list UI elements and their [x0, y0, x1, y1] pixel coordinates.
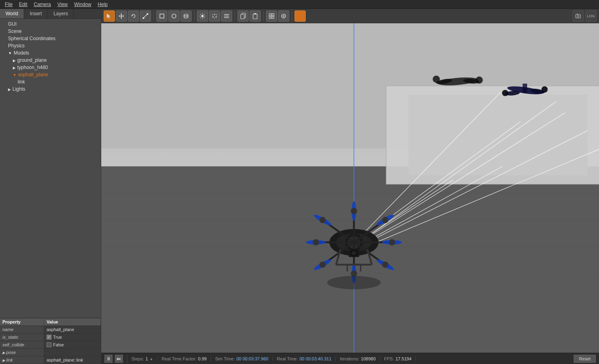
- svg-rect-39: [272, 14, 274, 16]
- particles-button[interactable]: [209, 10, 220, 22]
- sphere-button[interactable]: [168, 10, 180, 22]
- tree-scene[interactable]: Scene: [0, 28, 101, 35]
- svg-line-24: [200, 17, 201, 18]
- tree-models[interactable]: ▼Models: [0, 49, 101, 57]
- orange-select-button[interactable]: [294, 10, 306, 22]
- checkbox-isstatic[interactable]: ✓: [47, 335, 51, 340]
- tree-typhoon[interactable]: ▶typhoon_h480: [0, 64, 101, 71]
- property-panel: Property Value name asphalt_plane is_sta…: [0, 318, 101, 364]
- steps-arrow: ▲: [149, 357, 153, 361]
- svg-point-16: [201, 15, 204, 17]
- svg-point-77: [542, 86, 548, 93]
- svg-marker-5: [123, 15, 124, 17]
- tree-panel: GUI Scene Spherical Coordinates Physics …: [0, 19, 101, 318]
- pause-icon: ⏸: [106, 356, 111, 362]
- simtime-label: Sim Time:: [215, 356, 235, 361]
- fps-value: 17.5194: [396, 356, 412, 361]
- menu-window[interactable]: Window: [71, 1, 95, 8]
- main-layout: World Insert Layers GUI Scene Spherical …: [0, 9, 599, 364]
- toolbar-sep-1: [153, 11, 154, 21]
- prop-row-pose[interactable]: pose: [0, 349, 101, 356]
- tree-asphalt-plane[interactable]: ▼asphalt_plane: [0, 71, 101, 78]
- paste-button[interactable]: [249, 10, 261, 22]
- svg-rect-38: [269, 14, 271, 16]
- pause-button[interactable]: ⏸: [104, 355, 112, 363]
- box-button[interactable]: [156, 10, 168, 22]
- prop-value-isstatic: ✓ True: [44, 333, 101, 341]
- svg-point-28: [214, 18, 215, 18]
- svg-point-29: [212, 14, 213, 15]
- prop-value-pose: [44, 349, 101, 356]
- svg-marker-3: [121, 18, 122, 19]
- select-tool-button[interactable]: [104, 10, 115, 22]
- realtime2-label: Real Time:: [277, 356, 298, 361]
- selfcollide-label: False: [53, 342, 64, 347]
- iterations-item: Iterations: 108980: [336, 356, 380, 361]
- prop-row-link[interactable]: link asphalt_plane::link: [0, 356, 101, 364]
- menu-help[interactable]: Help: [94, 1, 111, 8]
- toolbar-sep-5: [292, 11, 292, 21]
- iterations-value: 108980: [361, 356, 376, 361]
- screenshot-button[interactable]: [572, 10, 584, 22]
- svg-point-106: [351, 270, 357, 277]
- svg-point-115: [327, 276, 381, 289]
- svg-line-21: [200, 14, 201, 15]
- cylinder-button[interactable]: [180, 10, 192, 22]
- magnet-button[interactable]: [278, 10, 289, 22]
- svg-point-102: [319, 262, 326, 268]
- tree-lights[interactable]: ▶Lights: [0, 85, 101, 93]
- viewport[interactable]: [101, 23, 599, 353]
- menu-edit[interactable]: Edit: [16, 1, 31, 8]
- rotate-tool-button[interactable]: [128, 10, 139, 22]
- checkbox-selfcollide[interactable]: [47, 342, 51, 347]
- svg-rect-10: [160, 14, 164, 18]
- prop-value-selfcollide: False: [44, 341, 101, 348]
- steps-label: Steps:: [131, 356, 144, 361]
- prop-key-selfcollide: self_collide: [0, 341, 44, 348]
- prop-key-isstatic: is_static: [0, 333, 44, 341]
- fps-label: FPS:: [384, 356, 394, 361]
- menu-file[interactable]: File: [2, 1, 16, 8]
- tab-insert[interactable]: Insert: [24, 9, 48, 18]
- prop-row-name: name asphalt_plane: [0, 326, 101, 333]
- tab-layers[interactable]: Layers: [48, 9, 74, 18]
- tree-link[interactable]: link: [0, 78, 101, 85]
- step-icon: ⏭: [117, 356, 121, 362]
- isstatic-label: True: [53, 335, 62, 340]
- menu-bar: File Edit Camera View Window Help: [0, 0, 599, 9]
- menu-view[interactable]: View: [54, 1, 71, 8]
- scale-tool-button[interactable]: [140, 10, 151, 22]
- svg-rect-47: [577, 14, 578, 14]
- copy-button[interactable]: [237, 10, 249, 22]
- toolbar-sep-4: [263, 11, 264, 21]
- realtime-label: Real Time Factor:: [162, 356, 196, 361]
- tab-world[interactable]: World: [0, 9, 24, 18]
- sun-button[interactable]: [197, 10, 208, 22]
- svg-rect-37: [254, 13, 256, 14]
- snap-button[interactable]: [266, 10, 277, 22]
- svg-point-105: [351, 208, 357, 214]
- log-icon: LOG: [587, 14, 595, 18]
- reset-button[interactable]: Reset: [574, 355, 596, 363]
- prop-row-isstatic: is_static ✓ True: [0, 333, 101, 341]
- svg-point-72: [476, 77, 483, 84]
- svg-point-15: [184, 16, 188, 18]
- lines-button[interactable]: [221, 10, 232, 22]
- log-button[interactable]: LOG: [585, 10, 597, 22]
- tree-spherical[interactable]: Spherical Coordinates: [0, 35, 101, 42]
- menu-camera[interactable]: Camera: [31, 1, 54, 8]
- play-controls: ⏸ ⏭: [104, 355, 127, 363]
- tree-gui[interactable]: GUI: [0, 20, 101, 28]
- step-button[interactable]: ⏭: [115, 355, 123, 363]
- svg-point-26: [213, 16, 214, 17]
- toolbar-sep-2: [194, 11, 194, 21]
- prop-col-property: Property: [0, 318, 44, 325]
- translate-tool-button[interactable]: [116, 10, 127, 22]
- tree-ground-plane[interactable]: ▶ground_plane: [0, 57, 101, 64]
- svg-point-25: [214, 14, 215, 15]
- prop-value-link: asphalt_plane::link: [44, 356, 101, 364]
- svg-rect-36: [253, 14, 257, 19]
- status-bar: ⏸ ⏭ Steps: 1 ▲ Real Time Factor: 0.99 Si…: [101, 353, 599, 364]
- tree-physics[interactable]: Physics: [0, 42, 101, 49]
- property-header: Property Value: [0, 318, 101, 326]
